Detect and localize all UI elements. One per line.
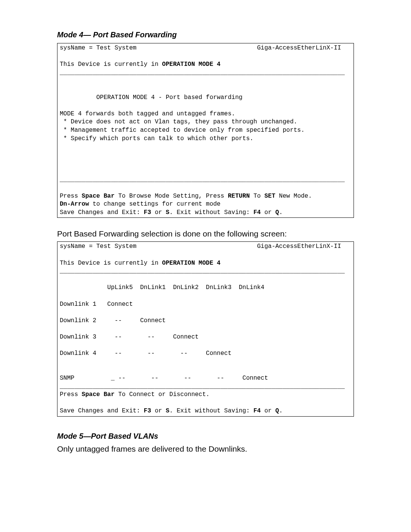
heading-mode-5: Mode 5—Port Based VLANs xyxy=(57,432,354,441)
instruction-line: Press Space Bar To Connect or Disconnect… xyxy=(60,391,210,398)
heading-mode-4: Mode 4— Port Based Forwarding xyxy=(57,30,354,39)
table-row: Downlink 1 Connect xyxy=(60,301,133,308)
prose-mode-5: Only untagged frames are delivered to th… xyxy=(57,444,354,454)
current-mode-line: This Device is currently in OPERATION MO… xyxy=(60,260,220,267)
table-row-snmp: SNMP _ -- -- -- -- Connect xyxy=(60,375,268,382)
mode-title: OPERATION MODE 4 - Port based forwarding xyxy=(60,94,242,101)
instruction-line: Save Changes and Exit: F3 or S. Exit wit… xyxy=(60,407,283,414)
document-page: Mode 4— Port Based Forwarding sysName = … xyxy=(0,0,411,532)
table-row: Downlink 2 -- Connect xyxy=(60,317,166,324)
table-header: UpLink5 DnLink1 DnLink2 DnLink3 DnLink4 xyxy=(60,284,264,291)
table-row: Downlink 3 -- -- Connect xyxy=(60,334,199,340)
mode-body: * Management traffic accepted to device … xyxy=(60,127,304,134)
separator: ________________________________________… xyxy=(60,268,345,275)
table-row: Downlink 4 -- -- -- Connect xyxy=(60,350,231,357)
separator: ________________________________________… xyxy=(60,69,345,76)
instruction-line: Save Changes and Exit: F3 or S. Exit wit… xyxy=(60,209,283,216)
terminal-screen-mode4: sysName = Test System Giga-AccessEtherLi… xyxy=(57,43,354,218)
current-mode-line: This Device is currently in OPERATION MO… xyxy=(60,61,220,68)
separator: ________________________________________… xyxy=(60,383,345,390)
mode-body: * Specify which ports can talk to which … xyxy=(60,135,253,142)
instruction-line: Press Space Bar To Browse Mode Setting, … xyxy=(60,193,312,200)
instruction-line: Dn-Arrow to change settings for current … xyxy=(60,201,220,208)
mode-body: MODE 4 forwards both tagged and untagged… xyxy=(60,110,235,117)
sysname-line: sysName = Test System Giga-AccessEtherLi… xyxy=(60,45,341,51)
mode-body: * Device does not act on Vlan tags, they… xyxy=(60,118,297,125)
mid-prose: Port Based Forwarding selection is done … xyxy=(57,229,354,238)
terminal-screen-port-forwarding: sysName = Test System Giga-AccessEtherLi… xyxy=(57,241,354,416)
sysname-line: sysName = Test System Giga-AccessEtherLi… xyxy=(60,243,341,250)
separator: ________________________________________… xyxy=(60,176,345,183)
